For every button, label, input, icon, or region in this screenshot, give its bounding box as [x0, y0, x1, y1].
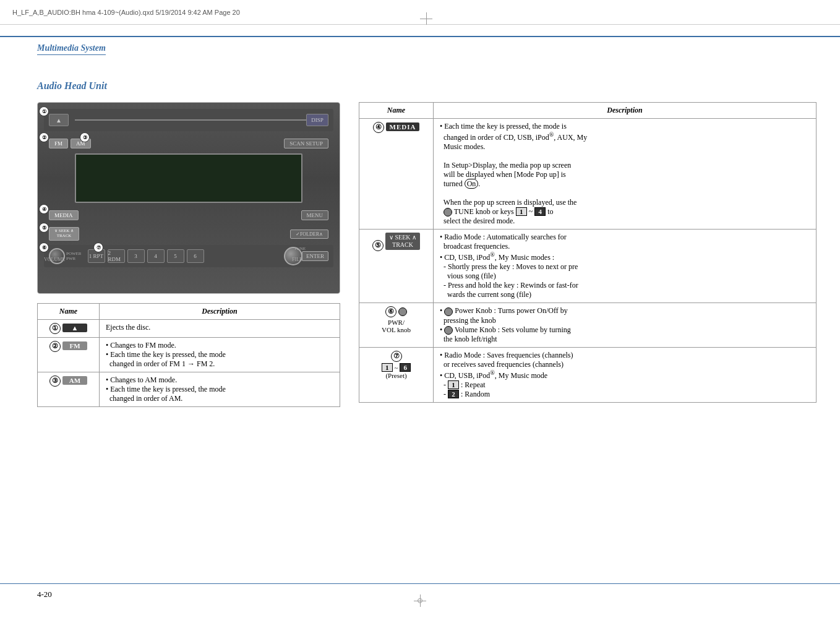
row1-desc: Ejects the disc. — [100, 320, 340, 338]
device-fm-am-row: ② FM AM ③ SCAN SETUP — [44, 135, 333, 152]
table-row: ⑥ PWR/VOL knob • Power Knob : Turns powe… — [359, 303, 816, 348]
num-circle-6: ⑥ — [385, 306, 396, 317]
preset-3[interactable]: 3 — [127, 249, 145, 263]
media-button[interactable]: MEDIA — [49, 210, 79, 220]
row3-name: ③ AM — [38, 372, 100, 407]
preset-6[interactable]: 6 — [187, 249, 204, 263]
row2-desc: • Changes to FM mode. • Each time the ke… — [100, 338, 340, 372]
device-top-row: ▲ DISP ① — [44, 109, 333, 131]
crosshair-bottom — [414, 594, 426, 607]
right-table-area: Name Description ④ MEDIA • Each time the… — [359, 102, 816, 403]
row7-name: ⑦ 1 ~ 6 (Preset) — [359, 347, 434, 402]
row6-desc: • Power Knob : Turns power On/Off by pre… — [434, 303, 816, 348]
num-circle-3: ③ — [49, 376, 61, 387]
badge-6: ⑥ — [39, 242, 49, 252]
device-seek-row: ⑤ ∨ SEEK ∧ TRACK ✓FOLDER∧ — [44, 225, 333, 242]
device-bottom-row: ⑥ POWERPWR ⑦ 1 RPT 2 RDM 3 4 5 6 TUNE EN… — [44, 245, 333, 267]
folder-button[interactable]: ✓FOLDER∧ — [290, 230, 328, 239]
table-row: ⑤ ∨ SEEK ∧ TRACK • Radio Mode : Automati… — [359, 230, 816, 303]
table-row: ⑦ 1 ~ 6 (Preset) • Radio Mode : Saves fr… — [359, 347, 816, 402]
seek-track-button[interactable]: ∨ SEEK ∧ TRACK — [49, 227, 79, 240]
audio-head-unit: ▲ DISP ① ② FM AM ③ SCAN SETUP ④ MEDIA ME — [38, 103, 340, 293]
row5-name: ⑤ ∨ SEEK ∧ TRACK — [359, 230, 434, 303]
device-screen — [75, 153, 302, 203]
device-media-row: ④ MEDIA MENU — [44, 207, 333, 224]
badge-1: ① — [39, 106, 49, 116]
bottom-left-table: Name Description ① ▲ Ejects the disc. ② … — [37, 303, 340, 407]
right-reference-table: Name Description ④ MEDIA • Each time the… — [359, 102, 816, 403]
preset-buttons: 1 RPT 2 RDM 3 4 5 6 — [88, 249, 204, 263]
row3-desc: • Changes to AM mode. • Each time the ke… — [100, 372, 340, 407]
top-line — [0, 36, 840, 37]
num-circle-5: ⑤ — [372, 240, 384, 251]
file-label: FILE — [292, 257, 302, 262]
right-desc-header: Description — [434, 103, 816, 119]
bottom-line — [0, 583, 840, 584]
badge-2: ② — [39, 132, 49, 142]
pwr-knob-icon — [398, 307, 407, 316]
device-image-area: ▲ DISP ① ② FM AM ③ SCAN SETUP ④ MEDIA ME — [37, 102, 340, 294]
row7-desc: • Radio Mode : Saves frequencies (channe… — [434, 347, 816, 402]
left-table-name-header: Name — [38, 304, 100, 320]
fm-key-badge: FM — [62, 341, 87, 350]
enter-button[interactable]: ENTER — [302, 251, 328, 261]
crosshair-top — [420, 12, 432, 25]
eject-key-badge: ▲ — [62, 324, 87, 332]
section-title: Multimedia System — [37, 43, 106, 55]
volume-label: VOLUME — [44, 257, 65, 262]
eject-button[interactable]: ▲ — [49, 114, 69, 126]
table-row: ① ▲ Ejects the disc. — [38, 320, 340, 338]
badge-5: ⑤ — [39, 223, 49, 233]
table-row: ④ MEDIA • Each time the key is pressed, … — [359, 119, 816, 230]
fm-button[interactable]: FM — [49, 139, 68, 148]
scan-setup-button[interactable]: SCAN SETUP — [284, 139, 328, 148]
row6-name: ⑥ PWR/VOL knob — [359, 303, 434, 348]
row4-name: ④ MEDIA — [359, 119, 434, 230]
am-key-badge: AM — [62, 376, 87, 385]
disp-button[interactable]: DISP — [306, 114, 328, 126]
left-table-desc-header: Description — [100, 304, 340, 320]
page-number: 4-20 — [37, 590, 52, 599]
badge-7: ⑦ — [93, 242, 103, 252]
badge-4: ④ — [39, 204, 49, 214]
right-name-header: Name — [359, 103, 434, 119]
preset-5[interactable]: 5 — [167, 249, 184, 263]
num-circle-4: ④ — [373, 122, 384, 133]
left-reference-table: Name Description ① ▲ Ejects the disc. ② … — [37, 303, 340, 407]
table-row: ② FM • Changes to FM mode. • Each time t… — [38, 338, 340, 372]
row4-desc: • Each time the key is pressed, the mode… — [434, 119, 816, 230]
menu-button[interactable]: MENU — [301, 210, 329, 220]
seek-track-key-badge: ∨ SEEK ∧ TRACK — [385, 233, 420, 250]
table-row: ③ AM • Changes to AM mode. • Each time t… — [38, 372, 340, 407]
num-circle-2: ② — [49, 341, 61, 352]
preset-2[interactable]: 2 RDM — [108, 249, 125, 263]
media-key-badge: MEDIA — [386, 122, 420, 131]
badge-3: ③ — [80, 132, 90, 142]
row1-name: ① ▲ — [38, 320, 100, 338]
num-circle-1: ① — [49, 323, 61, 334]
header-text: H_LF_A,B_AUDIO:BH hma 4-109~(Audio).qxd … — [12, 9, 240, 16]
section-heading: Audio Head Unit — [37, 80, 107, 92]
row2-name: ② FM — [38, 338, 100, 372]
preset-4[interactable]: 4 — [147, 249, 165, 263]
row5-desc: • Radio Mode : Automatically searches fo… — [434, 230, 816, 303]
num-circle-7: ⑦ — [391, 351, 402, 362]
